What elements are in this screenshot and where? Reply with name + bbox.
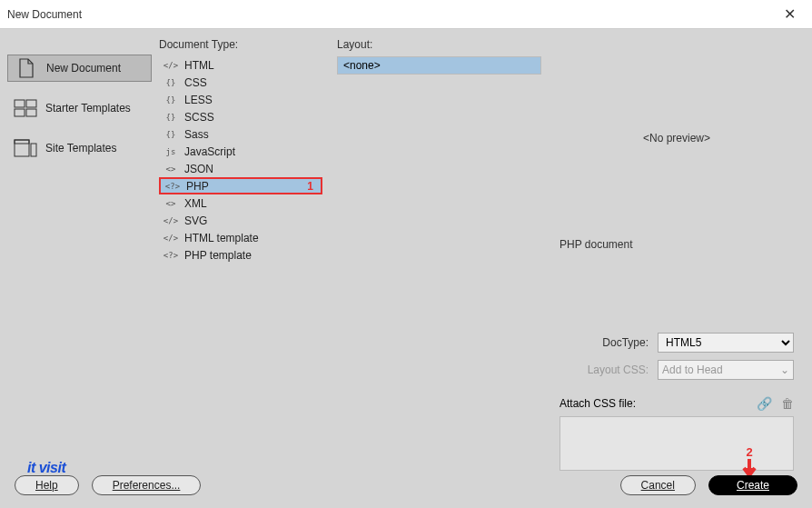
doctype-item-label: PHP template [184, 249, 252, 262]
doctype-item-icon: {} [163, 113, 179, 122]
attach-css-row: Attach CSS file: 🔗 🗑 [559, 396, 794, 411]
help-button[interactable]: Help [15, 475, 79, 495]
templates-icon [13, 98, 38, 118]
doctype-item-label: Sass [184, 128, 209, 141]
sidebar: New Document Starter Templates Site Temp… [0, 29, 159, 471]
create-button[interactable]: Create [708, 475, 797, 495]
layout-item-none[interactable]: <none> [338, 57, 540, 74]
doctype-item-xml[interactable]: <>XML [159, 194, 322, 212]
doctype-item-css[interactable]: {}CSS [159, 74, 322, 91]
doctype-item-icon: {} [163, 78, 179, 87]
doctype-item-less[interactable]: {}LESS [159, 91, 322, 108]
window-title: New Document [7, 8, 82, 21]
doctype-heading: Document Type: [159, 38, 322, 51]
doctype-item-scss[interactable]: {}SCSS [159, 108, 322, 125]
layoutcss-row: Layout CSS: Add to Head ⌄ [559, 360, 794, 380]
doctype-item-icon: <> [163, 164, 179, 174]
doctype-select[interactable]: HTML5 [658, 333, 794, 353]
doctype-item-icon: </> [163, 234, 179, 243]
attach-css-box[interactable] [559, 416, 794, 471]
doctype-column: Document Type: </>HTML{}CSS{}LESS{}SCSS{… [159, 38, 322, 471]
sidebar-item-label: Site Templates [45, 142, 117, 154]
layout-column: Layout: <none> [337, 38, 541, 471]
doctype-item-html[interactable]: </>HTML [159, 56, 322, 74]
doctype-item-label: HTML template [184, 232, 259, 244]
doctype-item-html-template[interactable]: </>HTML template [159, 229, 322, 246]
doctype-item-sass[interactable]: {}Sass [159, 125, 322, 143]
site-templates-icon [13, 138, 38, 158]
doctype-item-label: JavaScript [184, 145, 235, 158]
sidebar-item-starter-templates[interactable]: Starter Templates [7, 95, 152, 122]
svg-rect-3 [26, 109, 36, 116]
sidebar-item-site-templates[interactable]: Site Templates [7, 134, 152, 162]
doctype-item-icon: {} [163, 95, 179, 105]
doctype-row: DocType: HTML5 [559, 333, 794, 353]
attach-css-label: Attach CSS file: [559, 397, 636, 410]
svg-rect-0 [15, 100, 25, 107]
doctype-item-icon: </> [163, 216, 179, 225]
doctype-item-icon: </> [163, 61, 179, 70]
doctype-item-label: PHP [186, 180, 209, 193]
svg-rect-6 [31, 144, 36, 156]
link-icon[interactable]: 🔗 [757, 396, 772, 411]
footer: Help Preferences... Cancel Create [0, 472, 812, 508]
svg-rect-2 [15, 109, 25, 116]
no-preview-text: <No preview> [643, 132, 710, 144]
doctype-item-label: XML [184, 197, 207, 210]
doctype-item-label: LESS [184, 94, 213, 106]
content: New Document Starter Templates Site Temp… [0, 29, 812, 471]
svg-rect-5 [15, 140, 29, 144]
doctype-item-php[interactable]: <?>PHP1 [159, 177, 322, 194]
svg-rect-1 [26, 100, 36, 107]
layout-heading: Layout: [337, 38, 541, 51]
doctype-label: DocType: [602, 336, 649, 349]
doctype-item-icon: {} [163, 130, 179, 139]
layout-list[interactable]: <none> [337, 56, 541, 75]
file-icon [14, 58, 39, 78]
doctype-item-javascript[interactable]: jsJavaScript [159, 143, 322, 160]
titlebar: New Document ✕ [0, 0, 812, 29]
sidebar-item-label: Starter Templates [45, 102, 131, 115]
doctype-item-json[interactable]: <>JSON [159, 160, 322, 177]
layoutcss-select: Add to Head ⌄ [658, 360, 794, 380]
annotation-1: 1 [307, 180, 317, 193]
middle-columns: Document Type: </>HTML{}CSS{}LESS{}SCSS{… [159, 29, 541, 471]
doctype-item-label: CSS [184, 76, 207, 89]
doctype-item-icon: js [163, 147, 179, 156]
preferences-button[interactable]: Preferences... [92, 475, 202, 495]
cancel-button[interactable]: Cancel [620, 475, 696, 495]
doctype-item-icon: <?> [164, 182, 181, 191]
doctype-item-label: SVG [184, 214, 207, 227]
preview-area: <No preview> [559, 38, 794, 238]
doctype-description: PHP document [559, 238, 794, 287]
doctype-list[interactable]: </>HTML{}CSS{}LESS{}SCSS{}SassjsJavaScri… [159, 56, 322, 471]
svg-rect-4 [15, 140, 29, 156]
doctype-item-icon: <> [163, 199, 179, 208]
doctype-item-label: JSON [184, 163, 213, 175]
chevron-down-icon: ⌄ [780, 364, 789, 376]
trash-icon[interactable]: 🗑 [781, 396, 794, 411]
doctype-item-php-template[interactable]: <?>PHP template [159, 246, 322, 264]
sidebar-item-new-document[interactable]: New Document [7, 55, 152, 82]
doctype-item-icon: <?> [163, 251, 179, 260]
doctype-item-svg[interactable]: </>SVG [159, 212, 322, 229]
layoutcss-label: Layout CSS: [588, 364, 649, 376]
doctype-item-label: HTML [184, 59, 214, 72]
sidebar-item-label: New Document [46, 62, 121, 75]
close-icon[interactable]: ✕ [775, 2, 805, 26]
doctype-item-label: SCSS [184, 111, 214, 124]
right-panel: <No preview> PHP document DocType: HTML5… [541, 29, 812, 471]
